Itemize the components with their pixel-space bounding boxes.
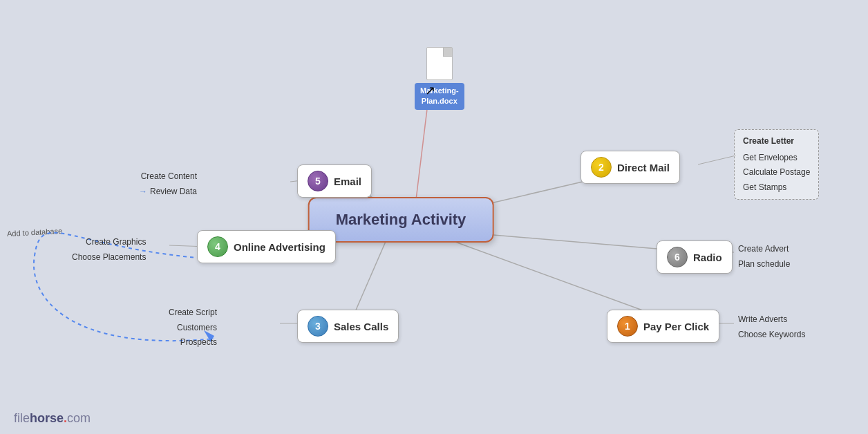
subtopic-dm-3: Get Stamps [743, 180, 810, 196]
topic-pay-per-click[interactable]: 1 Pay Per Click [607, 310, 719, 343]
subtopic-ppc-1: Choose Keywords [738, 328, 805, 343]
subtopic-sc-2: Prospects [169, 335, 217, 350]
subtopic-ppc-0: Write Adverts [738, 312, 805, 328]
subtopic-dm-1: Get Envelopes [743, 151, 810, 166]
subtopic-em-0: Create Content [139, 169, 197, 185]
badge-online-adv: 4 [207, 236, 228, 257]
topic-sales-calls[interactable]: 3 Sales Calls [297, 310, 399, 343]
svg-line-5 [446, 238, 663, 318]
badge-radio: 6 [667, 247, 688, 267]
svg-line-3 [352, 238, 387, 318]
subtopic-em-1: →Review Data [139, 185, 197, 200]
topic-radio[interactable]: 6 Radio [657, 240, 733, 274]
file-label: Marketing-Plan.docx [415, 83, 464, 110]
subtopic-oa-1: Choose Placements [72, 250, 146, 265]
subtopic-pay-per-click: Write Adverts Choose Keywords [734, 311, 809, 343]
file-shape [426, 47, 453, 80]
topic-direct-mail[interactable]: 2 Direct Mail [581, 151, 680, 184]
subtopic-radio: Create Advert Plan schedule [734, 240, 794, 273]
subtopic-sales-calls: Create Script Customers Prospects [164, 304, 221, 352]
svg-line-7 [698, 155, 736, 164]
topic-radio-label: Radio [693, 252, 722, 263]
subtopic-r-0: Create Advert [738, 242, 790, 257]
subtopic-dm-0: Create Letter [743, 134, 810, 149]
subtopic-sc-1: Customers [169, 321, 217, 336]
subtopic-r-1: Plan schedule [738, 257, 790, 272]
subtopic-dm-2: Calculate Postage [743, 165, 810, 180]
topic-direct-mail-label: Direct Mail [617, 162, 670, 173]
badge-direct-mail: 2 [591, 157, 612, 178]
badge-email: 5 [308, 171, 328, 191]
topic-email-label: Email [334, 176, 361, 187]
subtopic-direct-mail: Create Letter Get Envelopes Calculate Po… [734, 129, 819, 200]
subtopic-oa-0: Create Graphics [72, 235, 146, 250]
badge-pay-per-click: 1 [617, 316, 638, 337]
topic-online-advertising[interactable]: 4 Online Advertising [197, 230, 336, 263]
file-icon: Marketing-Plan.docx [415, 47, 464, 110]
subtopic-sc-0: Create Script [169, 305, 217, 321]
topic-email[interactable]: 5 Email [297, 164, 372, 198]
topic-pay-per-click-label: Pay Per Click [643, 321, 709, 332]
central-node: Marketing Activity [308, 197, 494, 243]
topic-online-adv-label: Online Advertising [234, 241, 326, 253]
badge-sales-calls: 3 [308, 316, 328, 337]
subtopic-email: Create Content →Review Data [135, 168, 201, 200]
subtopic-online-adv: Create Graphics Choose Placements [68, 234, 150, 266]
central-label: Marketing Activity [336, 211, 466, 228]
topic-sales-calls-label: Sales Calls [334, 321, 388, 332]
